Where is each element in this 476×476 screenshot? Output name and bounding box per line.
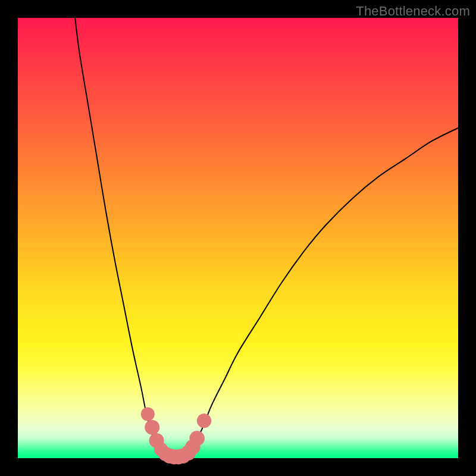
plot-area [18,18,458,458]
marker-dot [141,407,155,421]
right-branch-curve [185,128,458,458]
marker-dot [145,420,159,435]
watermark-text: TheBottleneck.com [356,4,470,19]
marker-dot [197,414,211,428]
chart-frame: TheBottleneck.com [0,0,476,476]
curves-layer [18,18,458,458]
bottom-dots-group [141,407,212,464]
marker-dot [189,431,205,446]
left-branch-curve [75,18,167,458]
